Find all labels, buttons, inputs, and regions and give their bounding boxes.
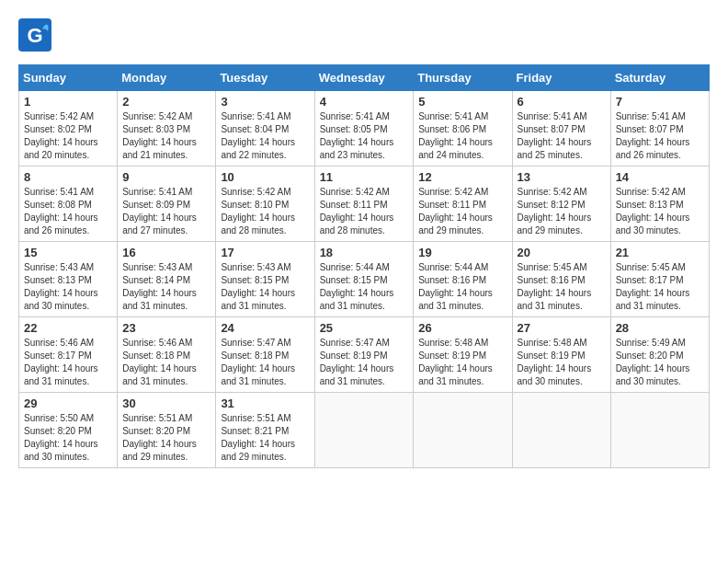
daylight-text: Daylight: 14 hours and 30 minutes. — [24, 288, 98, 311]
day-info: Sunrise: 5:48 AM Sunset: 8:19 PM Dayligh… — [418, 337, 506, 388]
day-number: 23 — [122, 321, 210, 335]
day-cell-28: 28 Sunrise: 5:49 AM Sunset: 8:20 PM Dayl… — [610, 317, 709, 393]
daylight-text: Daylight: 14 hours and 29 minutes. — [518, 213, 592, 236]
sunrise-text: Sunrise: 5:43 AM — [24, 262, 94, 272]
sunrise-text: Sunrise: 5:41 AM — [320, 111, 390, 121]
day-number: 3 — [221, 95, 309, 109]
daylight-text: Daylight: 14 hours and 30 minutes. — [616, 213, 690, 236]
day-info: Sunrise: 5:42 AM Sunset: 8:13 PM Dayligh… — [616, 186, 704, 237]
sunset-text: Sunset: 8:20 PM — [616, 350, 684, 361]
day-number: 21 — [616, 246, 704, 259]
day-cell-11: 11 Sunrise: 5:42 AM Sunset: 8:11 PM Dayl… — [314, 167, 414, 242]
header: G — [18, 18, 710, 55]
day-number: 26 — [418, 321, 506, 335]
day-number: 13 — [518, 170, 606, 184]
day-info: Sunrise: 5:41 AM Sunset: 8:06 PM Dayligh… — [418, 110, 506, 162]
day-cell-12: 12 Sunrise: 5:42 AM Sunset: 8:11 PM Dayl… — [414, 167, 512, 242]
day-number: 16 — [122, 246, 210, 259]
daylight-text: Daylight: 14 hours and 31 minutes. — [518, 288, 592, 311]
day-cell-1: 1 Sunrise: 5:42 AM Sunset: 8:02 PM Dayli… — [19, 91, 118, 167]
day-number: 12 — [418, 170, 506, 184]
day-cell-7: 7 Sunrise: 5:41 AM Sunset: 8:07 PM Dayli… — [610, 91, 709, 167]
empty-cell — [610, 393, 709, 468]
sunrise-text: Sunrise: 5:42 AM — [518, 187, 587, 197]
sunset-text: Sunset: 8:19 PM — [418, 350, 486, 361]
day-info: Sunrise: 5:47 AM Sunset: 8:18 PM Dayligh… — [221, 337, 309, 388]
day-cell-29: 29 Sunrise: 5:50 AM Sunset: 8:20 PM Dayl… — [19, 393, 118, 468]
sunset-text: Sunset: 8:17 PM — [616, 275, 684, 285]
day-cell-21: 21 Sunrise: 5:45 AM Sunset: 8:17 PM Dayl… — [610, 242, 709, 317]
daylight-text: Daylight: 14 hours and 29 minutes. — [418, 213, 493, 236]
daylight-text: Daylight: 14 hours and 31 minutes. — [418, 363, 493, 386]
day-info: Sunrise: 5:41 AM Sunset: 8:05 PM Dayligh… — [320, 110, 409, 162]
daylight-text: Daylight: 14 hours and 31 minutes. — [122, 288, 197, 311]
sunrise-text: Sunrise: 5:44 AM — [320, 262, 390, 272]
day-number: 9 — [122, 170, 210, 184]
daylight-text: Daylight: 14 hours and 29 minutes. — [221, 439, 295, 462]
day-number: 18 — [320, 246, 409, 259]
day-cell-13: 13 Sunrise: 5:42 AM Sunset: 8:12 PM Dayl… — [512, 167, 610, 242]
day-info: Sunrise: 5:51 AM Sunset: 8:20 PM Dayligh… — [122, 412, 210, 464]
svg-text:G: G — [27, 24, 42, 47]
sunrise-text: Sunrise: 5:42 AM — [221, 187, 290, 197]
day-cell-22: 22 Sunrise: 5:46 AM Sunset: 8:17 PM Dayl… — [19, 317, 118, 393]
weekday-header-row: SundayMondayTuesdayWednesdayThursdayFrid… — [19, 65, 710, 91]
day-info: Sunrise: 5:51 AM Sunset: 8:21 PM Dayligh… — [221, 412, 309, 464]
sunset-text: Sunset: 8:21 PM — [221, 426, 289, 436]
day-info: Sunrise: 5:44 AM Sunset: 8:16 PM Dayligh… — [418, 261, 506, 313]
daylight-text: Daylight: 14 hours and 28 minutes. — [320, 213, 394, 236]
day-info: Sunrise: 5:41 AM Sunset: 8:08 PM Dayligh… — [24, 186, 112, 237]
day-number: 25 — [320, 321, 409, 335]
day-info: Sunrise: 5:41 AM Sunset: 8:07 PM Dayligh… — [518, 110, 606, 162]
day-info: Sunrise: 5:47 AM Sunset: 8:19 PM Dayligh… — [320, 337, 409, 388]
sunrise-text: Sunrise: 5:46 AM — [24, 338, 94, 348]
calendar-week-row-2: 8 Sunrise: 5:41 AM Sunset: 8:08 PM Dayli… — [19, 167, 710, 242]
sunset-text: Sunset: 8:17 PM — [24, 350, 92, 361]
daylight-text: Daylight: 14 hours and 31 minutes. — [221, 288, 295, 311]
day-cell-5: 5 Sunrise: 5:41 AM Sunset: 8:06 PM Dayli… — [414, 91, 512, 167]
calendar-week-row-5: 29 Sunrise: 5:50 AM Sunset: 8:20 PM Dayl… — [19, 393, 710, 468]
day-info: Sunrise: 5:44 AM Sunset: 8:15 PM Dayligh… — [320, 261, 409, 313]
day-number: 27 — [518, 321, 606, 335]
daylight-text: Daylight: 14 hours and 30 minutes. — [518, 363, 592, 386]
sunrise-text: Sunrise: 5:50 AM — [24, 413, 94, 423]
sunrise-text: Sunrise: 5:41 AM — [418, 111, 488, 121]
sunrise-text: Sunrise: 5:46 AM — [122, 338, 192, 348]
daylight-text: Daylight: 14 hours and 31 minutes. — [320, 363, 394, 386]
day-number: 10 — [221, 170, 309, 184]
day-number: 15 — [24, 246, 112, 259]
day-cell-10: 10 Sunrise: 5:42 AM Sunset: 8:10 PM Dayl… — [216, 167, 314, 242]
sunrise-text: Sunrise: 5:43 AM — [122, 262, 192, 272]
sunset-text: Sunset: 8:02 PM — [24, 124, 92, 134]
day-cell-19: 19 Sunrise: 5:44 AM Sunset: 8:16 PM Dayl… — [414, 242, 512, 317]
sunset-text: Sunset: 8:20 PM — [122, 426, 190, 436]
day-cell-18: 18 Sunrise: 5:44 AM Sunset: 8:15 PM Dayl… — [314, 242, 414, 317]
day-info: Sunrise: 5:48 AM Sunset: 8:19 PM Dayligh… — [518, 337, 606, 388]
day-number: 6 — [518, 95, 606, 109]
sunrise-text: Sunrise: 5:41 AM — [24, 187, 94, 197]
sunrise-text: Sunrise: 5:43 AM — [221, 262, 290, 272]
day-cell-24: 24 Sunrise: 5:47 AM Sunset: 8:18 PM Dayl… — [216, 317, 314, 393]
logo-icon: G — [18, 18, 51, 52]
sunset-text: Sunset: 8:08 PM — [24, 200, 92, 210]
day-info: Sunrise: 5:46 AM Sunset: 8:18 PM Dayligh… — [122, 337, 210, 388]
daylight-text: Daylight: 14 hours and 26 minutes. — [24, 213, 98, 236]
day-info: Sunrise: 5:46 AM Sunset: 8:17 PM Dayligh… — [24, 337, 112, 388]
sunrise-text: Sunrise: 5:42 AM — [122, 111, 192, 121]
sunset-text: Sunset: 8:03 PM — [122, 124, 190, 134]
day-cell-4: 4 Sunrise: 5:41 AM Sunset: 8:05 PM Dayli… — [314, 91, 414, 167]
sunrise-text: Sunrise: 5:51 AM — [221, 413, 290, 423]
sunset-text: Sunset: 8:11 PM — [320, 200, 388, 210]
weekday-header-monday: Monday — [118, 65, 216, 91]
sunset-text: Sunset: 8:18 PM — [122, 350, 190, 361]
daylight-text: Daylight: 14 hours and 30 minutes. — [616, 363, 690, 386]
daylight-text: Daylight: 14 hours and 30 minutes. — [24, 439, 98, 462]
day-cell-20: 20 Sunrise: 5:45 AM Sunset: 8:16 PM Dayl… — [512, 242, 610, 317]
daylight-text: Daylight: 14 hours and 24 minutes. — [418, 137, 493, 160]
calendar-week-row-3: 15 Sunrise: 5:43 AM Sunset: 8:13 PM Dayl… — [19, 242, 710, 317]
weekday-header-thursday: Thursday — [414, 65, 512, 91]
day-cell-23: 23 Sunrise: 5:46 AM Sunset: 8:18 PM Dayl… — [118, 317, 216, 393]
sunrise-text: Sunrise: 5:47 AM — [221, 338, 290, 348]
day-info: Sunrise: 5:42 AM Sunset: 8:11 PM Dayligh… — [418, 186, 506, 237]
day-cell-30: 30 Sunrise: 5:51 AM Sunset: 8:20 PM Dayl… — [118, 393, 216, 468]
